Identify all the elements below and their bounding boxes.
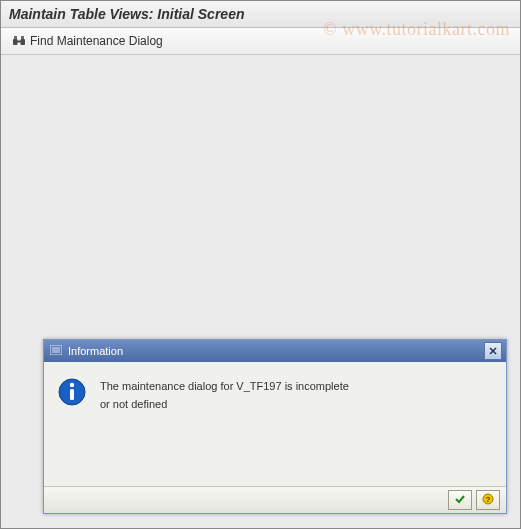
svg-rect-4 [21, 36, 24, 39]
check-icon [454, 491, 466, 509]
svg-rect-2 [17, 41, 21, 43]
dialog-message-line2: or not defined [100, 396, 349, 414]
close-icon [489, 346, 497, 357]
svg-rect-1 [21, 39, 26, 45]
help-button[interactable]: ? [476, 490, 500, 510]
information-dialog: Information The maintenance dialog for V… [43, 339, 507, 514]
svg-point-12 [70, 383, 74, 387]
binoculars-icon [12, 34, 26, 48]
help-icon: ? [482, 491, 494, 509]
dialog-footer: ? [44, 486, 506, 513]
find-maintenance-dialog-label: Find Maintenance Dialog [30, 34, 163, 48]
dialog-body: The maintenance dialog for V_TF197 is in… [44, 362, 506, 486]
dialog-titlebar: Information [44, 340, 506, 362]
svg-rect-13 [70, 389, 74, 400]
find-maintenance-dialog-button[interactable]: Find Maintenance Dialog [7, 32, 168, 50]
dialog-message-line1: The maintenance dialog for V_TF197 is in… [100, 378, 349, 396]
window-list-icon [50, 345, 62, 357]
close-button[interactable] [484, 342, 502, 360]
page-title: Maintain Table Views: Initial Screen [9, 6, 244, 22]
dialog-message: The maintenance dialog for V_TF197 is in… [100, 378, 349, 458]
info-icon [58, 378, 86, 406]
svg-text:?: ? [486, 495, 491, 504]
toolbar: Find Maintenance Dialog [1, 28, 520, 55]
svg-rect-0 [13, 39, 18, 45]
svg-rect-3 [14, 36, 17, 39]
title-bar: Maintain Table Views: Initial Screen [1, 1, 520, 28]
ok-button[interactable] [448, 490, 472, 510]
dialog-title: Information [68, 345, 123, 357]
